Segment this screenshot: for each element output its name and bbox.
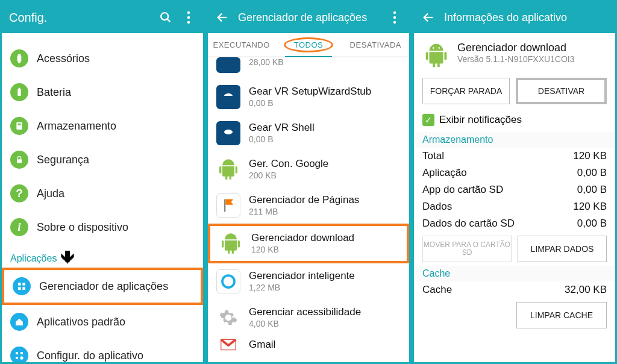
apps-list[interactable]: 28,00 KB Gear VR SetupWizardStub0,00 B G… [208,57,409,362]
app-row-google[interactable]: Ger. Con. Google200 KB [208,151,409,187]
info-icon: i [10,218,28,236]
title-config: Config. [9,11,150,25]
grid-icon [13,277,31,295]
android-icon [216,157,240,181]
help-icon: ? [10,184,28,202]
header-config: Config. [2,2,203,33]
cache-section: Cache [414,266,615,281]
circle-icon [216,269,240,293]
tab-executando[interactable]: EXECUTANDO [208,33,275,57]
apps-settings-icon [10,347,28,362]
row-label: Segurança [37,154,89,166]
row-bateria[interactable]: Bateria [2,75,203,109]
app-row-smart-manager[interactable]: Gerenciador inteligente1,22 MB [208,263,409,300]
svg-point-23 [393,16,396,19]
back-icon[interactable] [421,10,436,25]
svg-rect-17 [16,352,18,354]
app-row-gmail[interactable]: Gmail [208,336,409,354]
app-info-name: Gerenciador download [457,42,575,54]
storage-icon [10,117,28,135]
action-buttons: FORÇAR PARADA DESATIVAR [414,78,615,110]
svg-point-0 [161,13,168,20]
svg-rect-35 [426,52,428,60]
svg-rect-14 [22,283,25,286]
row-armazenamento[interactable]: Armazenamento [2,109,203,143]
svg-rect-16 [22,287,25,290]
row-aplicacao: Aplicação0,00 B [414,165,615,181]
app-info-version: Versão 5.1.1-N910FXXU1COI3 [457,54,575,64]
row-seguranca[interactable]: Segurança [2,143,203,177]
row-dados: Dados120 KB [414,198,615,215]
svg-rect-9 [19,88,20,89]
row-aplicativos-padrao[interactable]: Aplicativos padrão [2,305,203,339]
svg-point-22 [393,11,396,14]
header-app-manager: Gerenciador de aplicações [208,2,409,33]
svg-rect-32 [238,240,240,248]
app-row-accessibility[interactable]: Gerenciar acessibilidade4,00 KB [208,300,409,336]
row-label: Bateria [37,86,71,99]
app-row-gearvr-shell[interactable]: Gear VR Shell0,00 B [208,115,409,151]
row-dados-sd: Dados do cartão SD0,00 B [414,215,615,232]
row-acessorios[interactable]: Acessórios [2,42,203,75]
app-row-paginas[interactable]: Gerenciador de Páginas211 MB [208,187,409,224]
back-icon[interactable] [215,10,230,25]
more-icon[interactable] [181,10,196,25]
clear-data-button[interactable]: LIMPAR DADOS [518,236,607,262]
svg-rect-12 [17,159,22,163]
row-app-sd: App do cartão SD0,00 B [414,181,615,198]
row-sobre[interactable]: i Sobre o dispositivo [2,210,203,244]
row-cache: Cache32,00 KB [414,281,615,298]
header-app-info: Informações do aplicativo [414,2,615,33]
force-stop-button[interactable]: FORÇAR PARADA [422,78,510,104]
checkbox-checked-icon[interactable]: ✓ [422,114,434,126]
svg-rect-30 [224,199,225,212]
svg-rect-15 [18,287,21,290]
battery-icon [10,83,28,101]
panel-app-info: Informações do aplicativo Gerenciador do… [413,1,616,363]
tab-todos[interactable]: TODOS [275,33,342,57]
panel-app-manager: Gerenciador de aplicações EXECUTANDO TOD… [207,1,410,363]
android-icon [422,42,450,69]
title-app-info: Informações do aplicativo [444,11,608,24]
svg-rect-19 [16,357,18,359]
tab-desativada[interactable]: DESATIVADA [342,33,409,57]
row-label: Aplicativos padrão [37,316,125,328]
svg-rect-28 [219,166,221,174]
row-ajuda[interactable]: ? Ajuda [2,177,203,210]
app-row[interactable]: 28,00 KB [208,57,409,79]
gmail-icon [216,338,240,351]
row-label: Gerenciador de aplicações [39,280,168,293]
notifications-checkbox-row[interactable]: ✓ Exibir notificações [414,110,615,132]
svg-point-24 [393,21,396,24]
lock-icon [10,151,28,169]
more-icon[interactable] [387,10,402,25]
disable-button[interactable]: DESATIVAR [516,78,607,104]
row-gerenciador-aplicacoes[interactable]: Gerenciador de aplicações [2,268,203,305]
app-row-download-manager[interactable]: Gerenciador download120 KB [208,224,409,263]
svg-point-38 [438,47,440,49]
row-label: Acessórios [37,52,90,65]
svg-rect-18 [20,352,23,354]
search-icon[interactable] [158,10,173,25]
svg-point-33 [222,275,234,287]
notifications-label: Exibir notificações [439,114,522,126]
app-row-gearvr-setup[interactable]: Gear VR SetupWizardStub0,00 B [208,79,409,115]
move-sd-button: MOVER PARA O CARTÃO SD [422,236,512,262]
svg-rect-8 [17,89,20,96]
svg-line-1 [168,19,171,22]
svg-point-2 [187,11,190,14]
svg-point-3 [187,16,190,19]
row-total: Total120 KB [414,148,615,165]
svg-point-37 [433,47,434,49]
clear-cache-button[interactable]: LIMPAR CACHE [516,302,607,328]
row-label: Sobre o dispositivo [37,221,128,234]
row-config-aplicativo[interactable]: Configur. do aplicativo [2,339,203,362]
row-label: Configur. do aplicativo [37,350,143,362]
svg-point-20 [20,356,23,359]
svg-point-27 [224,130,233,134]
tabs: EXECUTANDO TODOS DESATIVADA [208,33,409,57]
android-icon [219,231,243,256]
svg-point-4 [187,21,190,24]
gear-icon [216,85,240,109]
row-label: Ajuda [37,187,64,200]
